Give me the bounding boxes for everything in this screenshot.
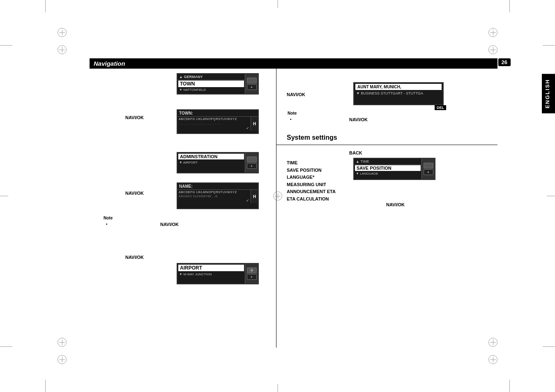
navi-ok-right-1: NAVI/OK [287,92,305,97]
corner-circle-tl [58,28,67,37]
navi-ok-note-right: NAVI/OK [349,117,368,122]
english-tab: ENGLISH [542,74,555,113]
edge-tick-left-bottom [0,346,12,347]
fold-mark-top [277,0,278,8]
setting-eta-calculation: ETA CALCULATION [287,196,336,203]
navi-ok-label-1: NAVI/OK [125,115,144,120]
edge-tick-bottom-left [45,380,46,392]
setting-announcement-eta: ANNOUNCEMENT ETA [287,188,336,196]
edge-tick-bottom-right [509,380,510,392]
edge-tick-top-right [509,0,510,12]
setting-time: TIME [287,159,336,167]
settings-list: TIME SAVE POSITION LANGUAGE* MEASURING U… [287,159,336,203]
corner-circle-tr [488,28,497,37]
edge-tick-right-top [543,45,555,46]
corner-circle-br2 [488,338,497,347]
corner-circle-tl2 [58,45,67,54]
navi-ok-right-2: NAVI/OK [386,202,405,207]
edge-tick-left-top [0,45,12,46]
system-settings-title: System settings [287,134,337,141]
del-button[interactable]: DEL [435,105,446,110]
fold-mark-right [543,196,555,196]
top-divider [90,68,497,68]
fold-mark-left [0,196,12,196]
fold-mark-bottom [277,384,278,392]
screen-name-keyboard: NAME: ABCDEFG IJKLMNOPQRSTUVWXYZ ÄÁÜÁÖÜ … [177,182,259,209]
navi-ok-label-2: NAVI/OK [125,191,144,196]
page-number: 26 [498,58,511,66]
corner-circle-bl [58,355,67,364]
setting-save-position: SAVE POSITION [287,167,336,174]
screen-time-save: ▲ TIME SAVE POSITION ▼ LANGUAGE ✦ [353,158,435,180]
edge-tick-top-left [45,0,46,12]
back-label: BACK [349,150,362,155]
airport-label-area [190,269,266,290]
corner-circle-br [488,355,497,364]
screen-aunt-mary: AUNT MARY, MUNICH, ▼ BUSINESS STUTTGART … [353,82,444,105]
corner-circle-tr2 [488,45,497,54]
setting-language: LANGUAGE* [287,174,336,181]
navigation-title: Navigation [90,58,497,69]
note-label-right: Note [288,111,297,115]
screen-town-keyboard: TOWN: ABCDEFG IJKLMNOPQRSTUVWXYZ .......… [177,109,259,134]
navi-ok-label-3: NAVI/OK [125,255,144,260]
edge-tick-right-bottom [543,346,555,347]
screen-adminstration: ADMINSTRATION ▼ AIRPORT ✦ [177,152,259,173]
column-divider [276,58,276,348]
navi-ok-note-left: NAVI/OK [160,222,179,227]
corner-circle-bl2 [58,338,67,347]
note-bullet-right: • [290,117,292,122]
note-label-left: Note [104,216,113,220]
setting-measuring-unit: MEASURING UNIT [287,181,336,189]
note-bullet-left: • [106,222,108,226]
center-crosshair [273,191,282,201]
system-settings-divider [276,145,497,145]
screen-germany-town: ▲ GERMANY TOWN ▼ NATTONFIELD ✦ [177,73,259,95]
